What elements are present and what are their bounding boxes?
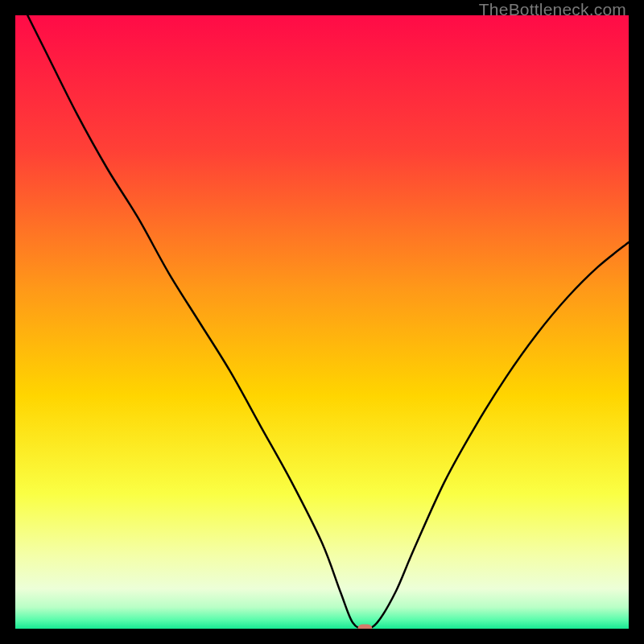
chart-svg xyxy=(15,15,629,629)
heatmap-background xyxy=(15,15,629,629)
watermark-label: TheBottleneck.com xyxy=(479,0,626,19)
chart-frame: TheBottleneck.com xyxy=(0,0,644,644)
optimum-marker xyxy=(357,625,372,630)
chart-plot-area xyxy=(15,15,629,629)
